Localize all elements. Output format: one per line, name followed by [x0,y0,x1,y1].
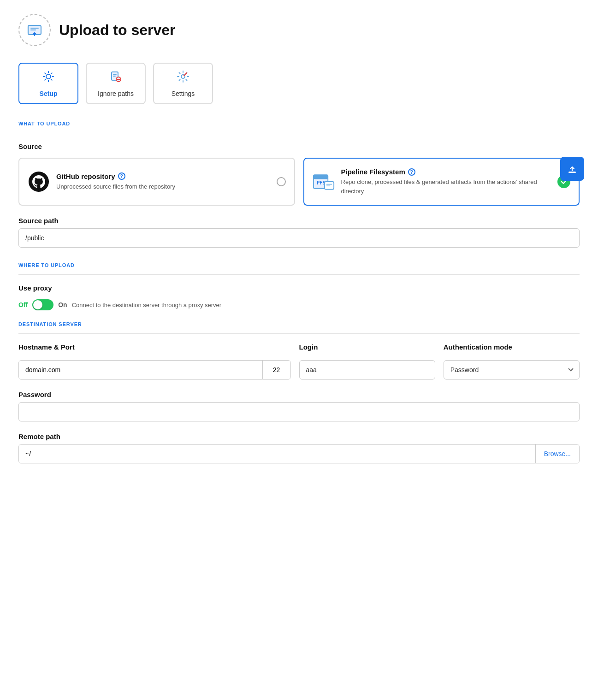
pfs-info-icon[interactable]: ? [408,168,415,176]
proxy-description: Connect to the destination server throug… [72,302,221,308]
tab-setup[interactable]: Setup [18,63,78,104]
svg-rect-12 [568,172,576,173]
svg-point-3 [46,74,51,79]
pfs-card-content: Pipeline Filesystem ? Repo clone, proces… [341,168,551,196]
svg-point-7 [29,172,49,192]
password-label: Password [18,391,580,398]
where-to-upload-divider [18,274,580,275]
password-group: Password [18,391,580,421]
source-path-input[interactable] [18,228,580,248]
github-card-content: GitHub repository ? Unprocessed source f… [56,172,270,191]
hostname-group: Hostname & Port [18,343,291,380]
use-proxy-label: Use proxy [18,284,580,292]
source-label: Source [18,142,580,150]
what-to-upload-divider [18,133,580,133]
what-to-upload-label: WHAT TO UPLOAD [18,121,580,126]
source-cards: GitHub repository ? Unprocessed source f… [18,158,580,206]
page-title: Upload to server [59,22,176,39]
destination-server-label: DESTINATION SERVER [18,321,580,327]
auth-mode-group: Authentication mode Password SSH Key Cer… [444,343,580,380]
tab-setup-label: Setup [40,90,58,97]
svg-rect-1 [30,28,39,29]
auth-mode-select[interactable]: Password SSH Key Certificate [444,360,580,380]
login-input[interactable] [299,360,435,380]
source-path-group: Source path [18,217,580,248]
remote-path-group: Remote path Browse... [18,433,580,463]
github-card-desc: Unprocessed source files from the reposi… [56,182,270,191]
github-radio[interactable] [277,177,286,186]
destination-server-divider [18,333,580,334]
svg-rect-9 [313,175,327,179]
page-icon [18,14,51,46]
login-label: Login [299,343,435,351]
source-path-label: Source path [18,217,580,225]
github-icon [28,171,50,193]
proxy-off-label: Off [18,301,28,308]
github-card-title: GitHub repository ? [56,172,270,180]
where-to-upload-label: WHERE TO UPLOAD [18,262,580,268]
proxy-toggle-row: Off On Connect to the destination server… [18,299,580,310]
tab-ignore-paths[interactable]: Ignore paths [86,63,146,104]
pfs-source-card[interactable]: PFS Pipeline Filesystem ? Repo clone, pr… [303,158,580,206]
pfs-card-desc: Repo clone, processed files & generated … [341,178,551,196]
setup-tab-icon [42,70,55,86]
pfs-icon: PFS [313,171,335,193]
tab-ignore-paths-label: Ignore paths [98,90,134,97]
tabs-container: Setup Ignore paths Settings [18,63,580,104]
tab-settings[interactable]: Settings [153,63,213,104]
tab-settings-label: Settings [172,90,195,97]
upload-button[interactable] [560,157,584,181]
page-header: Upload to server [18,14,580,46]
ignore-paths-tab-icon [109,70,122,86]
github-source-card[interactable]: GitHub repository ? Unprocessed source f… [18,158,295,206]
port-input[interactable] [263,361,290,379]
proxy-on-label: On [58,301,67,308]
pfs-card-title: Pipeline Filesystem ? [341,168,551,176]
login-group: Login [299,343,435,380]
settings-tab-icon [177,70,189,86]
hostname-input[interactable] [19,361,262,379]
hostname-label: Hostname & Port [18,343,291,351]
hostname-port-row [18,360,291,380]
svg-text:PFS: PFS [317,180,325,185]
server-fields-row: Hostname & Port Login Authentication mod… [18,343,580,380]
proxy-toggle[interactable] [32,299,53,310]
svg-rect-2 [30,30,36,30]
password-input[interactable] [18,402,580,421]
svg-rect-11 [324,182,333,190]
github-info-icon[interactable]: ? [118,172,125,180]
auth-mode-label: Authentication mode [444,343,580,351]
remote-path-row: Browse... [18,444,580,463]
toggle-knob [33,300,42,309]
browse-button[interactable]: Browse... [535,445,579,463]
remote-path-label: Remote path [18,433,580,440]
remote-path-input[interactable] [19,445,535,463]
